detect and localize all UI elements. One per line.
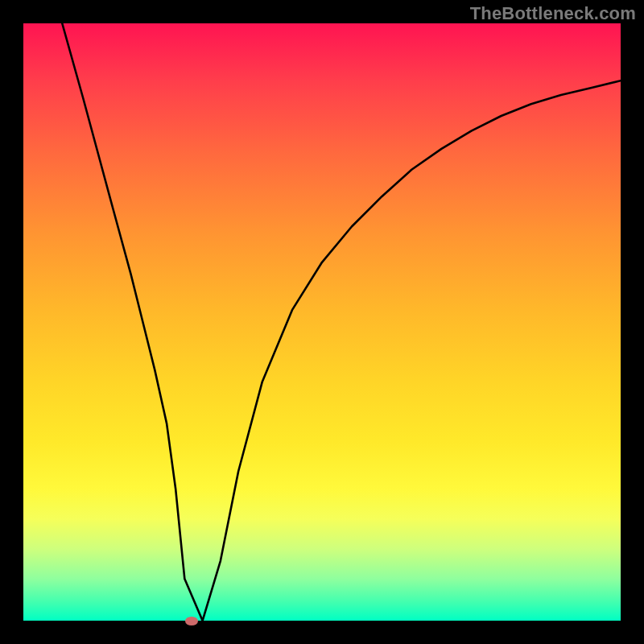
bottleneck-curve xyxy=(23,23,621,621)
watermark-text: TheBottleneck.com xyxy=(470,3,636,24)
